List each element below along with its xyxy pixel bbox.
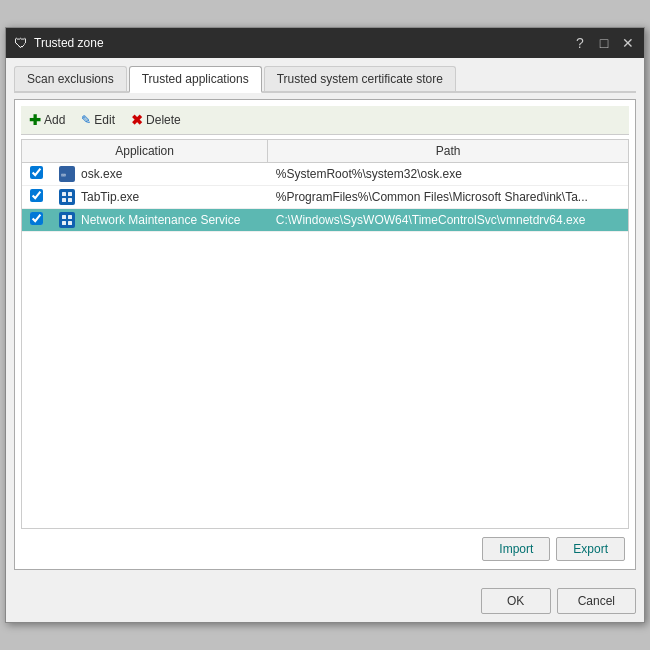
- app-name-label: osk.exe: [81, 167, 122, 181]
- svg-rect-8: [62, 215, 66, 219]
- add-button[interactable]: ✚ Add: [23, 110, 71, 130]
- close-button[interactable]: ✕: [620, 36, 636, 50]
- app-name-cell: TabTip.exe: [51, 186, 268, 208]
- maximize-button[interactable]: □: [596, 36, 612, 50]
- col-application-header: Application: [22, 140, 268, 163]
- add-icon: ✚: [29, 112, 41, 128]
- tab-scan-exclusions[interactable]: Scan exclusions: [14, 66, 127, 91]
- edit-icon: ✎: [81, 113, 91, 127]
- svg-rect-7: [59, 212, 75, 228]
- title-bar-controls: ? □ ✕: [572, 36, 636, 50]
- toolbar: ✚ Add ✎ Edit ✖ Delete: [21, 106, 629, 135]
- title-bar: 🛡 Trusted zone ? □ ✕: [6, 28, 644, 58]
- cancel-button[interactable]: Cancel: [557, 588, 636, 614]
- app-path-cell: C:\Windows\SysWOW64\TimeControlSvc\vmnet…: [268, 209, 628, 232]
- svg-rect-6: [68, 198, 72, 202]
- svg-rect-4: [68, 192, 72, 196]
- svg-rect-2: [59, 189, 75, 205]
- table-row[interactable]: Network Maintenance ServiceC:\Windows\Sy…: [22, 209, 628, 232]
- ok-button[interactable]: OK: [481, 588, 551, 614]
- export-button[interactable]: Export: [556, 537, 625, 561]
- app-checkbox[interactable]: [30, 189, 43, 202]
- svg-rect-5: [62, 198, 66, 202]
- tab-bar: Scan exclusions Trusted applications Tru…: [14, 66, 636, 93]
- applications-table: Application Path ⌨osk.exe%SystemRoot%\sy…: [21, 139, 629, 529]
- import-export-buttons: Import Export: [21, 535, 629, 563]
- col-path-header: Path: [268, 140, 628, 163]
- app-icon: [59, 189, 75, 205]
- window-title: Trusted zone: [34, 36, 572, 50]
- import-button[interactable]: Import: [482, 537, 550, 561]
- row-checkbox-cell: [22, 186, 51, 209]
- trusted-applications-panel: ✚ Add ✎ Edit ✖ Delete: [14, 99, 636, 570]
- window-body: Scan exclusions Trusted applications Tru…: [6, 58, 644, 578]
- app-icon: ⌨: [59, 166, 75, 182]
- row-checkbox-cell: [22, 163, 51, 186]
- delete-button[interactable]: ✖ Delete: [125, 110, 187, 130]
- svg-text:⌨: ⌨: [61, 171, 66, 180]
- trusted-zone-window: 🛡 Trusted zone ? □ ✕ Scan exclusions Tru…: [5, 27, 645, 623]
- app-name-cell: Network Maintenance Service: [51, 209, 268, 231]
- app-icon: [59, 212, 75, 228]
- app-logo-icon: 🛡: [14, 35, 28, 51]
- tab-trusted-cert-store[interactable]: Trusted system certificate store: [264, 66, 456, 91]
- row-checkbox-cell: [22, 209, 51, 232]
- edit-button[interactable]: ✎ Edit: [75, 111, 121, 129]
- svg-rect-3: [62, 192, 66, 196]
- app-checkbox[interactable]: [30, 166, 43, 179]
- footer-buttons: OK Cancel: [6, 578, 644, 622]
- delete-icon: ✖: [131, 112, 143, 128]
- svg-rect-11: [68, 221, 72, 225]
- app-checkbox[interactable]: [30, 212, 43, 225]
- app-name-label: TabTip.exe: [81, 190, 139, 204]
- app-name-label: Network Maintenance Service: [81, 213, 240, 227]
- app-name-cell: ⌨osk.exe: [51, 163, 268, 185]
- svg-rect-9: [68, 215, 72, 219]
- tab-trusted-applications[interactable]: Trusted applications: [129, 66, 262, 93]
- table-row[interactable]: ⌨osk.exe%SystemRoot%\system32\osk.exe: [22, 163, 628, 186]
- table-row[interactable]: TabTip.exe%ProgramFiles%\Common Files\Mi…: [22, 186, 628, 209]
- svg-rect-10: [62, 221, 66, 225]
- help-button[interactable]: ?: [572, 36, 588, 50]
- app-path-cell: %ProgramFiles%\Common Files\Microsoft Sh…: [268, 186, 628, 209]
- app-path-cell: %SystemRoot%\system32\osk.exe: [268, 163, 628, 186]
